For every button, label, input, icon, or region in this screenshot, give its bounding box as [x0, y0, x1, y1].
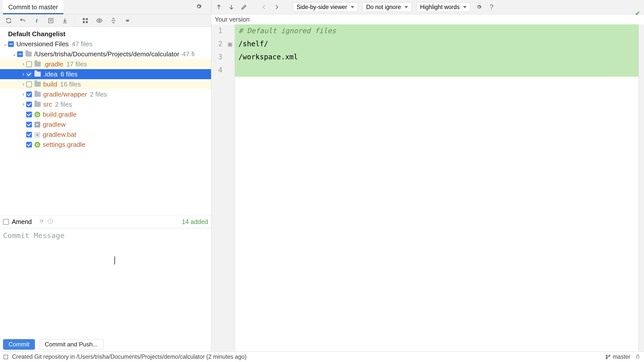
changes-toolbar [0, 14, 211, 27]
svg-point-8 [606, 358, 607, 359]
changes-tree[interactable]: Default Changelist ⌄ Unversioned Files 4… [0, 27, 211, 215]
svg-point-7 [606, 355, 607, 356]
line-number-gutter: 1 2 3 4 [211, 24, 225, 351]
help-icon[interactable]: ? [488, 3, 496, 11]
highlight-mode-dropdown[interactable]: Highlight words [416, 2, 470, 12]
expand-all-icon[interactable] [109, 17, 117, 25]
file-gradlew-bat[interactable]: ≡ gradlew.bat [0, 129, 211, 140]
folder-src[interactable]: › src 2 files [0, 99, 211, 109]
status-message: Created Git repository in /Users/trisha/… [12, 353, 247, 360]
ignore-mode-dropdown[interactable]: Do not ignore [363, 2, 412, 12]
folder-idea[interactable]: › .idea 6 files [0, 69, 211, 79]
edit-icon[interactable] [240, 4, 248, 10]
shell-file-icon: ▸ [34, 122, 40, 127]
prev-change-icon[interactable] [215, 4, 223, 10]
dropdown-arrow-icon [463, 6, 467, 8]
code-line: /shelf/ [235, 37, 638, 51]
fold-icon[interactable]: ▣ [225, 37, 235, 51]
file-settings-gradle[interactable]: G settings.gradle [0, 140, 211, 150]
fold-gutter: ▣ [225, 24, 235, 351]
svg-rect-10 [636, 356, 639, 358]
rollback-icon[interactable] [19, 17, 27, 25]
ide-status-bar: Created Git repository in /Users/trisha/… [0, 351, 644, 362]
refresh-icon[interactable] [5, 17, 13, 25]
commit-panel: Commit to master Default Changelist ⌄ [0, 0, 211, 351]
gradle-file-icon: G [34, 142, 40, 148]
commit-message-input[interactable] [0, 228, 211, 336]
folder-build[interactable]: › build 16 files [0, 79, 211, 89]
folder-icon [25, 52, 32, 57]
checkbox-checked[interactable] [26, 92, 32, 97]
diff-icon[interactable] [33, 17, 41, 25]
changelist-icon[interactable] [47, 17, 55, 25]
tool-window-toggle-icon[interactable] [4, 355, 8, 359]
diff-settings-gear-icon[interactable] [475, 4, 483, 10]
next-change-icon[interactable] [227, 4, 235, 10]
svg-rect-4 [86, 21, 88, 23]
chevron-down-icon[interactable]: ⌄ [12, 51, 17, 57]
folder-icon [34, 92, 41, 97]
history-icon[interactable] [44, 218, 53, 226]
collapse-all-icon[interactable] [124, 17, 132, 25]
chevron-right-icon[interactable]: › [21, 101, 26, 108]
checkbox-checked[interactable] [26, 71, 32, 77]
svg-point-5 [99, 20, 100, 21]
checkbox-mixed[interactable] [17, 51, 23, 57]
inspection-ok-icon[interactable]: ✔ [635, 10, 640, 17]
chevron-right-icon[interactable]: › [21, 81, 26, 87]
viewer-mode-dropdown[interactable]: Side-by-side viewer [293, 2, 358, 12]
added-count: 14 added [182, 218, 208, 225]
prev-file-icon[interactable] [260, 4, 268, 10]
dropdown-arrow-icon [405, 6, 408, 8]
checkbox-checked[interactable] [26, 112, 32, 117]
next-file-icon[interactable] [273, 4, 281, 10]
commit-and-push-button[interactable]: Commit and Push... [39, 339, 104, 350]
chevron-right-icon[interactable]: › [21, 61, 26, 67]
file-gradlew[interactable]: ▸ gradlew [0, 119, 211, 129]
checkbox-unchecked[interactable] [26, 61, 32, 67]
folder-gradle-wrapper[interactable]: › gradle/wrapper 2 files [0, 89, 211, 99]
checkbox-checked[interactable] [26, 122, 32, 127]
group-icon[interactable] [81, 17, 89, 25]
shelve-icon[interactable] [61, 17, 69, 25]
gear-icon[interactable] [195, 3, 203, 11]
chevron-down-icon[interactable]: ⌄ [3, 41, 8, 47]
toolbar-separator [75, 16, 75, 25]
commit-tab[interactable]: Commit to master [3, 0, 64, 14]
diff-version-label: Your version [211, 14, 644, 24]
svg-rect-2 [86, 18, 88, 20]
unversioned-files-node[interactable]: ⌄ Unversioned Files 47 files [0, 39, 211, 49]
chevron-right-icon[interactable]: › [21, 91, 26, 98]
commit-button[interactable]: Commit [3, 339, 35, 350]
diff-code-area[interactable]: 1 2 3 4 ▣ # Default ignored files /shelf… [211, 24, 644, 351]
default-changelist-node[interactable]: Default Changelist [0, 29, 211, 39]
code-line: /workspace.xml [235, 51, 638, 64]
commit-tabbar: Commit to master [0, 0, 211, 14]
diff-panel: Side-by-side viewer Do not ignore Highli… [211, 0, 644, 351]
checkbox-checked[interactable] [26, 142, 32, 148]
view-options-icon[interactable] [95, 17, 103, 25]
folder-icon [34, 62, 41, 67]
checkbox-unchecked[interactable] [26, 81, 32, 87]
checkbox-checked[interactable] [26, 102, 32, 107]
svg-point-9 [609, 355, 610, 356]
lock-icon[interactable] [635, 353, 640, 360]
checkbox-mixed[interactable] [8, 41, 14, 47]
folder-icon [34, 82, 41, 87]
file-build-gradle[interactable]: G build.gradle [0, 109, 211, 119]
folder-gradle[interactable]: › .gradle 17 files [0, 59, 211, 69]
root-path-node[interactable]: ⌄ /Users/trisha/Documents/Projects/demo/… [0, 49, 211, 59]
svg-rect-3 [83, 21, 85, 23]
amend-checkbox[interactable] [3, 219, 9, 225]
text-cursor [114, 256, 115, 264]
chevron-right-icon[interactable]: › [21, 71, 26, 77]
folder-icon [34, 72, 41, 77]
code-content[interactable]: # Default ignored files /shelf/ /workspa… [235, 24, 638, 351]
error-stripe[interactable] [638, 24, 644, 351]
amend-label: Amend [12, 218, 32, 225]
commit-options-gear-icon[interactable] [35, 218, 44, 226]
git-branch-widget[interactable]: master [605, 353, 630, 360]
folder-icon [34, 102, 41, 107]
checkbox-checked[interactable] [26, 132, 32, 138]
batch-file-icon: ≡ [34, 132, 40, 138]
